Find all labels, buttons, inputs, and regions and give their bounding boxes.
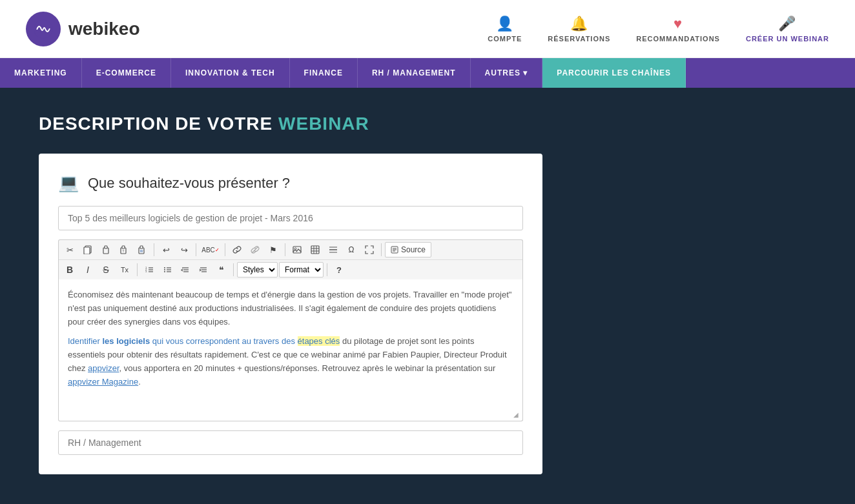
redo-button[interactable]: ↪ bbox=[176, 242, 192, 257]
anchor-button[interactable]: ⚑ bbox=[265, 242, 282, 257]
nav-creer-label: CRÉER UN WEBINAR bbox=[746, 35, 829, 43]
editor-toolbar: ✂ T W ↩ ↪ ABC✓ bbox=[58, 239, 523, 279]
svg-point-37 bbox=[164, 271, 165, 272]
ordered-list-button[interactable]: 1.2.3. bbox=[141, 262, 158, 277]
toolbar-separator-1 bbox=[154, 243, 154, 256]
editor-text-end: . bbox=[138, 377, 141, 387]
toolbar-separator-2 bbox=[196, 243, 196, 256]
logo-text: webikeo bbox=[68, 19, 139, 39]
page-title: DESCRIPTION DE VOTRE WEBINAR bbox=[39, 114, 816, 134]
nav-rh[interactable]: RH / MANAGEMENT bbox=[358, 58, 471, 88]
card-subtitle: 💻 Que souhaitez-vous présenter ? bbox=[58, 173, 523, 193]
webinar-description-card: 💻 Que souhaitez-vous présenter ? ✂ T W bbox=[39, 154, 542, 474]
special-char-button[interactable]: Ω bbox=[343, 242, 360, 257]
toolbar-separator-8 bbox=[327, 263, 327, 276]
svg-rect-6 bbox=[122, 246, 125, 248]
nav-parcourir[interactable]: PARCOURIR LES CHAÎNES bbox=[542, 58, 686, 88]
source-label: Source bbox=[401, 245, 426, 254]
monitor-icon: 💻 bbox=[58, 173, 79, 193]
svg-text:3.: 3. bbox=[145, 270, 147, 273]
outdent-button[interactable] bbox=[177, 262, 194, 277]
editor-highlight-etapes: étapes clés bbox=[298, 336, 340, 346]
nav-compte[interactable]: 👤 COMPTE bbox=[488, 15, 522, 43]
svg-point-13 bbox=[294, 248, 296, 250]
source-button[interactable]: Source bbox=[385, 242, 431, 257]
bold-button[interactable]: B bbox=[61, 262, 78, 277]
svg-point-35 bbox=[164, 267, 165, 268]
nav-bar: MARKETING E-COMMERCE INNOVATION & TECH F… bbox=[0, 58, 855, 88]
spellcheck-button[interactable]: ABC✓ bbox=[200, 242, 221, 257]
unordered-list-button[interactable] bbox=[159, 262, 176, 277]
page-content: DESCRIPTION DE VOTRE WEBINAR 💻 Que souha… bbox=[0, 88, 855, 504]
indent-button[interactable] bbox=[195, 262, 212, 277]
category-input[interactable] bbox=[58, 430, 523, 455]
strikethrough-button[interactable]: S bbox=[98, 262, 114, 277]
svg-rect-9 bbox=[140, 246, 143, 248]
cut-button[interactable]: ✂ bbox=[61, 242, 78, 257]
nav-creer-webinar[interactable]: 🎤 CRÉER UN WEBINAR bbox=[746, 15, 829, 43]
logo-icon bbox=[26, 12, 61, 46]
link-button[interactable] bbox=[229, 242, 245, 257]
svg-rect-2 bbox=[84, 247, 90, 254]
svg-point-36 bbox=[164, 269, 165, 270]
resize-handle: ◢ bbox=[513, 412, 521, 419]
editor-bold-logiciels: les logiciels bbox=[102, 336, 150, 346]
editor-paragraph-1: Économisez dès maintenant beaucoup de te… bbox=[68, 288, 513, 328]
paste-text-button[interactable]: T bbox=[116, 242, 132, 257]
toolbar-separator-5 bbox=[381, 243, 382, 256]
svg-rect-12 bbox=[293, 247, 301, 253]
editor-content-area[interactable]: Économisez dès maintenant beaucoup de te… bbox=[58, 279, 523, 421]
paste-word-button[interactable]: W bbox=[134, 242, 150, 257]
editor-link-appvizer[interactable]: appvizer bbox=[88, 363, 119, 373]
svg-rect-14 bbox=[311, 246, 319, 254]
webinar-title-input[interactable] bbox=[58, 206, 523, 230]
nav-innovation[interactable]: INNOVATION & TECH bbox=[171, 58, 290, 88]
editor-text-mid3: , vous apportera en 20 minutes + questio… bbox=[119, 363, 496, 373]
nav-autres[interactable]: AUTRES ▾ bbox=[471, 58, 543, 88]
toolbar-separator-4 bbox=[285, 243, 285, 256]
nav-marketing[interactable]: MARKETING bbox=[0, 58, 82, 88]
format-select[interactable]: Format bbox=[279, 262, 324, 277]
nav-reservations-label: RÉSERVATIONS bbox=[548, 35, 610, 43]
horizontal-rule-button[interactable] bbox=[325, 242, 342, 257]
styles-select[interactable]: Styles bbox=[237, 262, 278, 277]
bell-icon: 🔔 bbox=[570, 15, 588, 32]
copy-button[interactable] bbox=[79, 242, 96, 257]
toolbar-row-1: ✂ T W ↩ ↪ ABC✓ bbox=[59, 240, 522, 259]
clear-format-button[interactable]: Tx bbox=[116, 262, 134, 277]
unlink-button[interactable] bbox=[247, 242, 263, 257]
editor-text-mid1: qui vous correspondent au travers des bbox=[150, 336, 297, 346]
svg-rect-4 bbox=[105, 246, 107, 248]
logo: webikeo bbox=[26, 12, 139, 46]
italic-button[interactable]: I bbox=[79, 262, 96, 277]
editor-paragraph-2: Identifier les logiciels qui vous corres… bbox=[68, 335, 513, 388]
nav-recommandations-label: RECOMMANDATIONS bbox=[636, 35, 720, 43]
header-nav: 👤 COMPTE 🔔 RÉSERVATIONS ♥ RECOMMANDATION… bbox=[488, 15, 829, 43]
editor-text-blue-start: Identifier bbox=[68, 336, 102, 346]
maximize-button[interactable] bbox=[361, 242, 378, 257]
nav-ecommerce[interactable]: E-COMMERCE bbox=[82, 58, 171, 88]
undo-button[interactable]: ↩ bbox=[158, 242, 174, 257]
toolbar-row-2: B I S Tx 1.2.3. ❝ bbox=[59, 259, 522, 279]
blockquote-button[interactable]: ❝ bbox=[213, 262, 230, 277]
microphone-icon: 🎤 bbox=[778, 15, 796, 32]
nav-recommandations[interactable]: ♥ RECOMMANDATIONS bbox=[636, 15, 720, 43]
card-subtitle-text: Que souhaitez-vous présenter ? bbox=[88, 175, 290, 192]
help-button[interactable]: ? bbox=[331, 262, 347, 277]
toolbar-separator-3 bbox=[225, 243, 225, 256]
toolbar-separator-6 bbox=[137, 263, 138, 276]
nav-finance[interactable]: FINANCE bbox=[290, 58, 358, 88]
nav-reservations[interactable]: 🔔 RÉSERVATIONS bbox=[548, 15, 610, 43]
table-button[interactable] bbox=[307, 242, 324, 257]
svg-text:W: W bbox=[140, 249, 143, 253]
editor-link-appvizer-magazine[interactable]: appvizer Magazine bbox=[68, 377, 138, 387]
image-button[interactable] bbox=[289, 242, 305, 257]
paste-button[interactable] bbox=[98, 242, 114, 257]
header: webikeo 👤 COMPTE 🔔 RÉSERVATIONS ♥ RECOMM… bbox=[0, 0, 855, 58]
heart-icon: ♥ bbox=[674, 15, 683, 32]
user-icon: 👤 bbox=[496, 15, 514, 32]
toolbar-separator-7 bbox=[233, 263, 234, 276]
nav-compte-label: COMPTE bbox=[488, 35, 522, 43]
svg-text:T: T bbox=[122, 249, 124, 253]
